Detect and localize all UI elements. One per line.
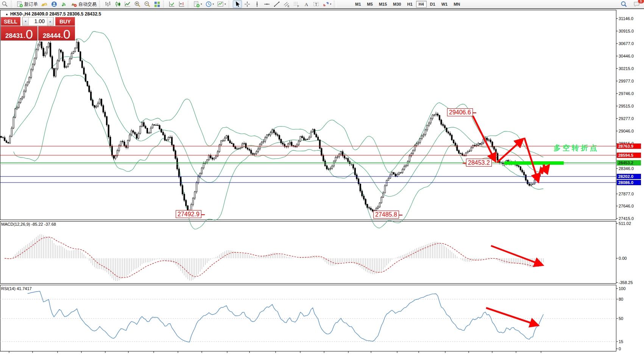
toolbar-vertical-line-button[interactable] [253,0,262,8]
macd-indicator-label: MACD(12,26,9) -85.22 -37.68 [1,222,56,226]
buy-button[interactable]: BUY [55,17,75,26]
new-chart-icon [193,1,200,8]
toolbar-crosshair-button[interactable] [243,0,252,8]
toolbar-new-order-button[interactable]: 新订单 [15,0,39,8]
sell-button[interactable]: SELL [1,17,20,26]
macd-axis-label: -358.25 [619,280,633,285]
toolbar-group: ▾▾▾ [192,0,228,9]
svg-text:T: T [315,2,317,6]
chart-window[interactable]: ▲ HK50-,H4 28409.0 28457.5 28306.5 28432… [0,10,644,359]
timeframe-mn-button[interactable]: MN [451,1,463,8]
gold-icon [41,1,48,8]
price-axis-label: 29046.0 [619,129,634,133]
zoom-out-icon [144,1,151,8]
candlestick-icon [114,1,121,8]
price-axis-label: 28346.0 [619,166,634,171]
toolbar-auto-scroll-button[interactable] [167,0,176,8]
price-level-badge: 28594.5 [617,153,641,158]
timeframe-h1-button[interactable]: H1 [404,1,415,8]
toolbar-group [167,0,187,9]
toolbar-chart-settings-button[interactable]: ▾ [216,0,227,8]
toolbar-group: EFAT▾ [232,0,333,9]
timeframe-m1-button[interactable]: M1 [352,1,363,8]
toolbar-fibonacci-button[interactable]: F [292,0,301,8]
toolbar-text-button[interactable]: A [302,0,311,8]
price-level-badge: 28202.0 [617,174,641,179]
fibonacci-icon: F [293,1,300,8]
timeframe-m30-button[interactable]: M30 [390,1,404,8]
toolbar-new-chart-button[interactable]: ▾ [192,0,203,8]
symbol-marker-icon: ▲ [5,12,8,16]
toolbar-trendline-button[interactable] [272,0,281,8]
timeframe-m15-button[interactable]: M15 [376,1,390,8]
volume-decrease-button[interactable]: ▼ [22,17,29,25]
volume-value[interactable]: 1.00 [29,17,47,25]
toolbar-equidistant-channel-button[interactable]: E [282,0,291,8]
toolbar-right: 1 [619,0,642,8]
toolbar-autotrade-label: 自动交易 [78,1,97,8]
price-axis-label: 30915.0 [619,29,634,33]
svg-text:A: A [304,2,308,7]
price-annotation[interactable]: 29406.6 [447,108,473,116]
tile-windows-icon [154,1,161,8]
price-annotation[interactable]: 27492.9 [176,210,201,218]
toolbar-group [103,0,162,9]
shapes-icon [323,1,329,8]
toolbar: 新订单自动交易▾▾▾EFAT▾M1M5M15M30H1H4D1W1MN1 [0,0,644,9]
mt4-window: 新订单自动交易▾▾▾EFAT▾M1M5M15M30H1H4D1W1MN1 ▲ H… [0,0,644,359]
toolbar-horizontal-line-button[interactable] [262,0,271,8]
bull-bear-turning-point-note[interactable]: 多空转折点 [554,143,599,153]
chart-title-text: HK50-,H4 28409.0 28457.5 28306.5 28432.5 [10,11,101,17]
rsi-axis-label: 80 [619,297,623,301]
toolbar-shapes-button[interactable]: ▾ [321,0,333,8]
auto-scroll-icon [168,1,175,8]
rsi-axis-label: 50 [619,316,623,321]
toolbar-group [0,0,10,9]
toolbar-zoom-out-button[interactable] [143,0,152,8]
toolbar-group: 新订单自动交易 [15,0,98,9]
price-annotation[interactable]: 27485.8 [373,211,399,219]
timeframe-h4-button[interactable]: H4 [416,1,427,8]
toolbar-bar-chart-button[interactable] [103,0,112,8]
toolbar-label-button[interactable]: T [312,0,321,8]
volume-increase-button[interactable]: ▲ [47,17,53,25]
timeframe-d1-button[interactable]: D1 [427,1,438,8]
volume-stepper[interactable]: ▼ 1.00 ▲ [22,17,54,26]
search-button[interactable] [619,0,628,8]
toolbar-cursor-button[interactable] [233,0,242,8]
toolbar-profiles-button[interactable]: ▾ [204,0,215,8]
toolbar-tile-windows-button[interactable] [153,0,162,8]
price-level-badge: 28763.9 [617,144,641,149]
buy-price[interactable]: 28444.0 [38,26,75,41]
toolbar-line-chart-button[interactable] [123,0,132,8]
price-axis-label: 30215.0 [619,66,634,71]
toolbar-separator [99,1,102,8]
profiles-icon [205,1,212,8]
toolbar-gold-button[interactable] [40,0,49,8]
signal-icon [61,1,67,8]
dropdown-caret-icon: ▾ [225,3,226,6]
toolbar-community-button[interactable] [50,0,59,8]
toolbar-chart-search-button[interactable] [0,0,9,8]
rsi-axis-label: 0 [619,347,621,351]
price-axis-label: 29277.0 [619,116,634,121]
chart-canvas[interactable] [0,10,644,359]
new-order-icon [16,1,23,8]
timeframe-w1-button[interactable]: W1 [439,1,451,8]
toolbar-candlestick-button[interactable] [113,0,122,8]
chart-settings-icon [217,1,224,8]
timeframe-group: M1M5M15M30H1H4D1W1MN [352,0,463,9]
toolbar-zoom-in-button[interactable] [133,0,142,8]
toolbar-new-order-label: 新订单 [24,1,38,8]
bar-chart-icon [104,1,111,8]
toolbar-separator [163,1,166,8]
toolbar-autotrade-button[interactable]: 自动交易 [69,0,98,8]
sell-price[interactable]: 28431.0 [1,26,37,41]
timeframe-m5-button[interactable]: M5 [364,1,375,8]
price-annotation[interactable]: 28453.2 [466,159,492,167]
dropdown-caret-icon: ▾ [330,3,332,6]
toolbar-chart-shift-button[interactable] [177,0,186,8]
notifications[interactable]: 1 [632,0,642,8]
label-icon: T [313,1,320,8]
toolbar-signal-button[interactable] [59,0,69,8]
